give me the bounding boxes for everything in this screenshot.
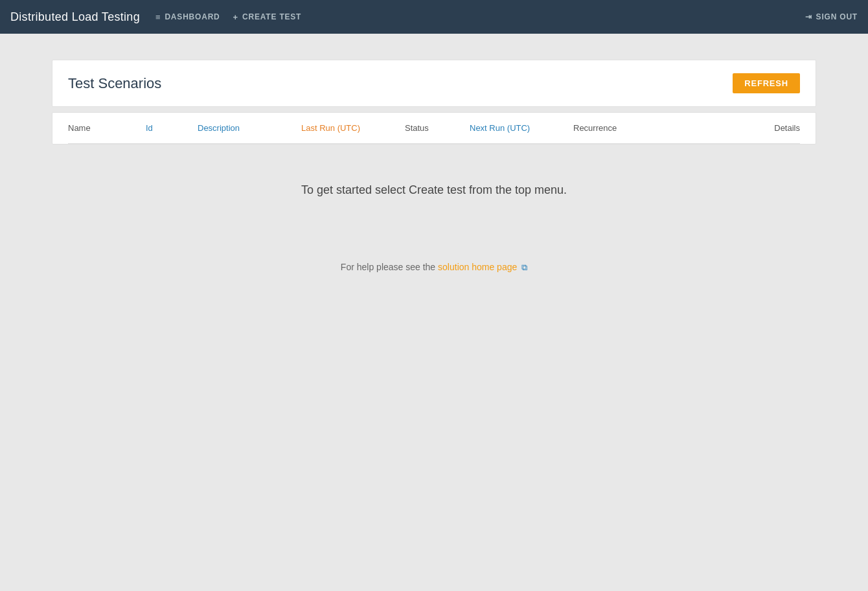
nav-dashboard[interactable]: ≡ DASHBOARD [155, 12, 220, 22]
col-header-nextrun: Next Run (UTC) [470, 123, 573, 133]
table-card: Name Id Description Last Run (UTC) Statu… [52, 112, 816, 145]
navbar-nav: ≡ DASHBOARD + CREATE TEST [155, 12, 301, 22]
nav-dashboard-label: DASHBOARD [165, 12, 220, 21]
nav-create-test-label: CREATE TEST [242, 12, 301, 21]
sign-out-label: SIGN OUT [816, 12, 858, 21]
card-header: Test Scenarios REFRESH [52, 60, 816, 106]
col-header-status: Status [405, 123, 470, 133]
table-header: Name Id Description Last Run (UTC) Statu… [68, 113, 800, 144]
empty-state: To get started select Create test from t… [52, 145, 816, 223]
navbar-left: Distributed Load Testing ≡ DASHBOARD + C… [10, 10, 301, 24]
col-header-recurrence: Recurrence [573, 123, 664, 133]
help-link[interactable]: solution home page ⧉ [438, 262, 527, 272]
app-brand: Distributed Load Testing [10, 10, 140, 24]
col-header-description: Description [198, 123, 301, 133]
create-test-icon: + [233, 12, 238, 22]
refresh-button[interactable]: REFRESH [733, 73, 800, 93]
empty-state-text: To get started select Create test from t… [65, 183, 803, 197]
col-header-id: Id [146, 123, 198, 133]
col-header-details: Details [664, 123, 800, 133]
col-header-lastrun: Last Run (UTC) [301, 123, 405, 133]
sign-out-icon: ⇥ [805, 12, 812, 21]
col-header-name: Name [68, 123, 146, 133]
help-link-label: solution home page [438, 262, 517, 272]
help-section: For help please see the solution home pa… [52, 262, 816, 273]
scenarios-header-card: Test Scenarios REFRESH [52, 60, 816, 107]
card-title: Test Scenarios [68, 75, 161, 92]
help-text-before: For help please see the [341, 262, 438, 272]
sign-out-link[interactable]: ⇥ SIGN OUT [805, 12, 858, 21]
navbar: Distributed Load Testing ≡ DASHBOARD + C… [0, 0, 868, 34]
dashboard-icon: ≡ [155, 12, 161, 22]
external-link-icon: ⧉ [521, 262, 527, 272]
nav-create-test[interactable]: + CREATE TEST [233, 12, 302, 22]
navbar-right: ⇥ SIGN OUT [805, 12, 858, 21]
main-content: Test Scenarios REFRESH Name Id Descripti… [0, 34, 868, 299]
